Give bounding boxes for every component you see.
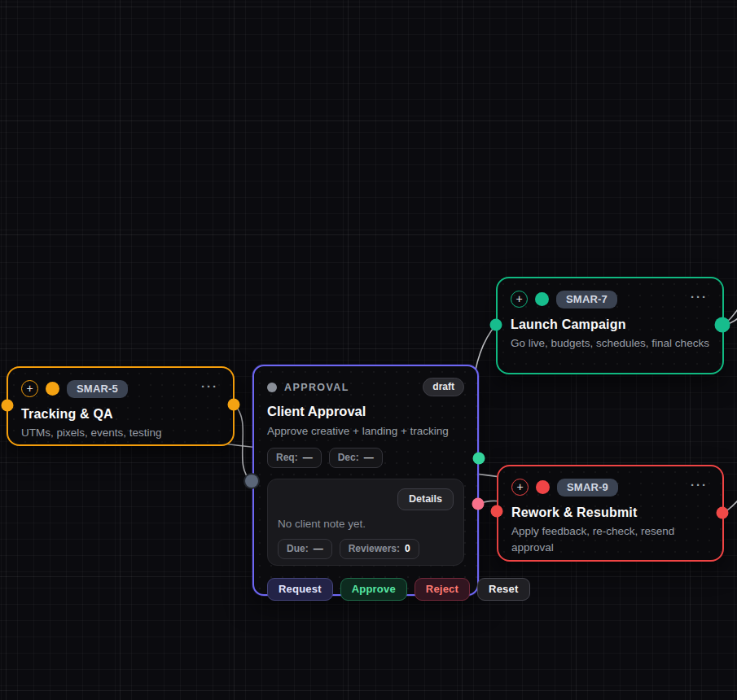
edge-tracking-to-approval	[234, 405, 252, 481]
add-connection-button[interactable]: +	[511, 479, 529, 496]
more-options-button[interactable]: ···	[200, 378, 220, 399]
plus-icon: +	[515, 293, 522, 304]
due-chip: Due: —	[278, 539, 332, 559]
handle-launch-right[interactable]	[715, 317, 730, 333]
more-options-button[interactable]: ···	[689, 477, 709, 497]
task-title: Rework & Resubmit	[511, 505, 709, 520]
handle-rework-right[interactable]	[717, 507, 729, 519]
approval-meta-chips: Req: — Dec: —	[267, 448, 464, 468]
handle-approval-reject-source[interactable]	[472, 498, 485, 510]
client-note-panel: Details No client note yet. Due: — Revie…	[267, 479, 464, 566]
request-button[interactable]: Request	[267, 578, 333, 601]
task-title: Launch Campaign	[511, 317, 709, 332]
handle-tracking-right[interactable]	[228, 399, 240, 411]
requested-chip: Req: —	[267, 448, 322, 468]
approval-status-badge: draft	[423, 378, 464, 396]
client-note-text: No client note yet.	[278, 518, 454, 530]
handle-approval-target[interactable]	[245, 475, 258, 488]
task-id-badge: SMAR-9	[557, 479, 618, 497]
node-client-approval[interactable]: APPROVAL draft Client Approval Approve c…	[252, 365, 479, 596]
status-dot-icon	[536, 480, 550, 494]
node-tracking-qa[interactable]: + SMAR-5 ··· Tracking & QA UTMs, pixels,…	[7, 366, 235, 446]
reject-button[interactable]: Reject	[415, 578, 470, 601]
approval-subtitle: Approve creative + landing + tracking	[267, 425, 464, 437]
decided-chip: Dec: —	[329, 448, 383, 468]
task-subtitle: UTMs, pixels, events, testing	[21, 425, 220, 441]
add-connection-button[interactable]: +	[21, 380, 38, 397]
plus-icon: +	[516, 481, 523, 492]
status-dot-icon	[46, 382, 59, 396]
task-id-badge: SMAR-5	[67, 380, 128, 398]
node-header: + SMAR-5 ···	[21, 378, 220, 399]
status-dot-icon	[535, 292, 549, 306]
add-connection-button[interactable]: +	[511, 291, 528, 308]
node-rework-resubmit[interactable]: + SMAR-9 ··· Rework & Resubmit Apply fee…	[497, 465, 724, 562]
approval-header: APPROVAL draft	[267, 378, 464, 396]
node-header: + SMAR-7 ···	[511, 289, 709, 309]
task-subtitle: Go live, budgets, schedules, final check…	[511, 335, 709, 352]
plus-icon: +	[26, 383, 33, 394]
approval-kind-label: APPROVAL	[284, 382, 349, 393]
task-subtitle: Apply feedback, re-check, resend approva…	[511, 523, 709, 557]
approve-button[interactable]: Approve	[340, 578, 407, 601]
handle-launch-left[interactable]	[490, 319, 502, 331]
more-options-button[interactable]: ···	[689, 289, 709, 309]
node-header: + SMAR-9 ···	[511, 477, 709, 497]
task-title: Tracking & QA	[21, 407, 220, 422]
approval-state-dot-icon	[267, 383, 277, 392]
approval-actions: Request Approve Reject Reset	[267, 578, 464, 601]
handle-rework-left[interactable]	[491, 505, 503, 518]
task-id-badge: SMAR-7	[556, 291, 617, 308]
handle-approval-approve-source[interactable]	[473, 453, 485, 465]
details-button[interactable]: Details	[397, 488, 454, 510]
handle-tracking-left[interactable]	[2, 400, 14, 412]
approval-title: Client Approval	[267, 404, 464, 419]
reset-button[interactable]: Reset	[477, 578, 529, 601]
reviewers-chip: Reviewers: 0	[340, 539, 419, 559]
node-launch-campaign[interactable]: + SMAR-7 ··· Launch Campaign Go live, bu…	[496, 277, 724, 374]
